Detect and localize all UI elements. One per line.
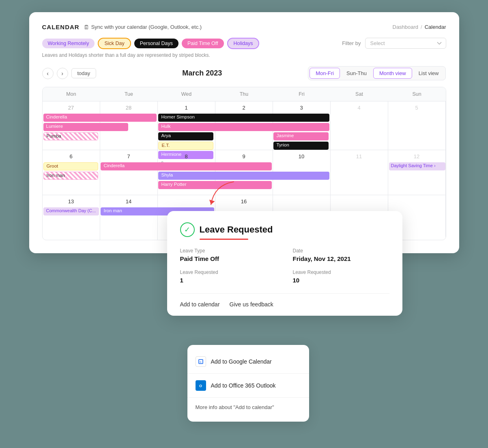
day-number: 10 <box>275 153 329 159</box>
view-sun-thu[interactable]: Sun-Thu <box>341 68 372 78</box>
dropdown-card: G Add to Google Calendar O Add to Office… <box>187 345 309 422</box>
popup-title: Leave Requested <box>200 224 273 235</box>
add-to-calendar-button[interactable]: Add to calendar <box>180 301 220 308</box>
add-google-calendar-item[interactable]: G Add to Google Calendar <box>187 351 309 372</box>
prev-button[interactable]: ‹ <box>42 68 54 79</box>
cell-mar5[interactable]: 5 <box>388 101 446 150</box>
cell-mar4[interactable]: 4 <box>331 101 388 150</box>
month-title: March 2023 <box>182 69 222 78</box>
outlook-icon: O <box>196 380 206 391</box>
day-number: 16 <box>217 198 271 205</box>
view-month[interactable]: Month view <box>373 68 412 79</box>
day-number: 7 <box>102 153 156 159</box>
day-number: 6 <box>44 153 98 159</box>
gcal-svg: G <box>197 358 204 365</box>
day-number: 2 <box>217 105 271 111</box>
badge-sick-day[interactable]: Sick Day <box>98 38 131 49</box>
day-name-mon: Mon <box>43 87 100 101</box>
event-homer-simpson[interactable]: Homer Simpson <box>158 114 329 122</box>
field-leave-requested-1: Leave Requested 1 <box>180 269 277 284</box>
cell-mar14[interactable]: 14 <box>100 195 158 240</box>
outlook-svg: O <box>197 382 204 389</box>
day-number: 14 <box>102 198 156 205</box>
cell-mar7[interactable]: 7 <box>100 150 158 195</box>
nav-row: ‹ › today March 2023 Mon-Fri Sun-Thu Mon… <box>42 66 446 80</box>
field-date: Date Friday, Nov 12, 2021 <box>293 248 389 262</box>
event-cinderella[interactable]: Cinderella <box>43 114 157 122</box>
badge-personal-days[interactable]: Personal Days <box>134 39 178 48</box>
filter-row: Filter by Select <box>342 38 446 49</box>
breadcrumb: Dashboard / Calendar <box>393 24 446 30</box>
popup-check-icon: ✓ <box>180 222 195 237</box>
badge-paid-time-off[interactable]: Paid Time Off <box>182 39 224 48</box>
header-left: CALENDAR 🗓 Sync with your calendar (Goog… <box>42 24 202 30</box>
day-number: 3 <box>275 105 329 111</box>
event-iron-man[interactable]: Iron man <box>43 172 99 180</box>
calendar-icon: 🗓 <box>84 24 89 30</box>
cell-mar11[interactable]: 11 <box>331 150 388 195</box>
view-mon-fri[interactable]: Mon-Fri <box>310 68 340 79</box>
give-feedback-button[interactable]: Give us feedback <box>230 301 273 308</box>
badge-holidays[interactable]: Holidays <box>227 38 260 49</box>
legend-row: Working Remotely Sick Day Personal Days … <box>42 38 260 49</box>
popup-actions: Add to calendar Give us feedback <box>180 293 389 316</box>
cell-mar12[interactable]: 12 <box>388 150 446 195</box>
header-row: CALENDAR 🗓 Sync with your calendar (Goog… <box>42 24 446 30</box>
filter-select[interactable]: Select <box>365 38 446 49</box>
sync-text: Sync with your calendar (Google, Outlook… <box>91 24 202 30</box>
more-info-item[interactable]: More info about "Add to calendar" <box>187 399 309 415</box>
outlook-label: Add to Office 365 Outlook <box>211 382 276 389</box>
day-name-thu: Thu <box>215 87 273 101</box>
badge-working-remotely[interactable]: Working Remotely <box>42 39 95 48</box>
day-name-sat: Sat <box>331 87 388 101</box>
popup-fields: Leave Type Paid Time Off Date Friday, No… <box>180 248 389 284</box>
day-number: 28 <box>102 105 156 111</box>
breadcrumb-dashboard[interactable]: Dashboard <box>393 24 419 30</box>
field-label-date: Date <box>293 248 389 254</box>
day-number: 11 <box>332 153 386 159</box>
svg-text:G: G <box>200 361 202 363</box>
day-number: 12 <box>390 153 444 159</box>
add-outlook-item[interactable]: O Add to Office 365 Outlook <box>187 375 309 396</box>
more-info-label: More info about "Add to calendar" <box>196 404 274 410</box>
event-lumiere[interactable]: Lumiere <box>43 123 128 131</box>
field-label-lr1: Leave Requested <box>180 269 277 275</box>
day-number: 5 <box>390 105 444 111</box>
breadcrumb-separator: / <box>421 24 422 30</box>
dropdown-divider-2 <box>187 397 309 398</box>
day-number: 13 <box>44 198 98 205</box>
sync-link[interactable]: 🗓 Sync with your calendar (Google, Outlo… <box>84 24 202 30</box>
event-shyla[interactable]: Shyla <box>158 172 329 180</box>
week-row-2: 6 7 8 9 10 11 12 Groot Cinderella <box>43 150 446 195</box>
event-tyrion[interactable]: Tyrion <box>273 142 329 150</box>
day-number: 9 <box>217 153 271 159</box>
event-et[interactable]: E.T. <box>158 142 213 150</box>
field-leave-type: Leave Type Paid Time Off <box>180 248 277 262</box>
event-jasmine[interactable]: Jasmine <box>273 132 329 140</box>
day-name-tue: Tue <box>100 87 158 101</box>
calendar-container: CALENDAR 🗓 Sync with your calendar (Goog… <box>29 12 459 253</box>
event-hulk[interactable]: Hulk <box>158 123 329 131</box>
view-toggles: Mon-Fri Sun-Thu Month view List view <box>308 66 446 80</box>
cell-mar13[interactable]: 13 <box>43 195 100 240</box>
event-daylight-saving[interactable]: Daylight Saving Time › <box>389 162 446 170</box>
today-button[interactable]: today <box>71 68 97 78</box>
event-commonwealth-day[interactable]: Commonwealth Day (C... <box>43 207 99 215</box>
event-arya[interactable]: Arya <box>158 132 213 140</box>
event-harry-potter[interactable]: Harry Potter <box>158 181 272 189</box>
view-list[interactable]: List view <box>413 68 445 78</box>
field-value-leave-type: Paid Time Off <box>180 255 277 262</box>
field-value-date: Friday, Nov 12, 2021 <box>293 255 389 262</box>
field-label-lr2: Leave Requested <box>293 269 389 275</box>
day-name-wed: Wed <box>158 87 215 101</box>
event-cinderella-2[interactable]: Cinderella <box>101 162 272 170</box>
field-leave-requested-2: Leave Requested 10 <box>293 269 389 284</box>
day-number: 27 <box>44 105 98 111</box>
week-row-1: 27 28 1 2 3 4 5 Cinderella <box>43 101 446 150</box>
day-number: 8 <box>159 153 213 159</box>
event-groot[interactable]: Groot <box>43 162 99 170</box>
event-pumba[interactable]: Pumba <box>43 132 99 140</box>
calendar-title: CALENDAR <box>42 24 80 30</box>
google-cal-label: Add to Google Calendar <box>211 358 272 365</box>
next-button[interactable]: › <box>57 68 68 79</box>
